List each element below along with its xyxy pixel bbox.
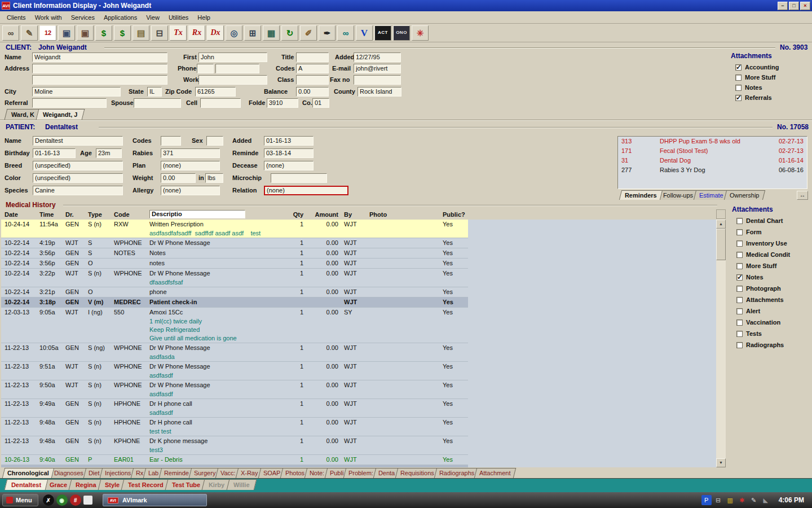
attachment-checkbox[interactable]: Form (736, 227, 811, 237)
patient-birthday-field[interactable]: 01-16-13 (33, 148, 76, 158)
patient-microchip-field[interactable] (271, 173, 327, 183)
minimize-button[interactable]: − (778, 2, 788, 10)
client-phone-area-field[interactable] (197, 64, 214, 73)
client-balance-field[interactable]: 0.00 (296, 87, 329, 97)
client-referral-field[interactable] (32, 98, 107, 108)
attachment-checkbox[interactable]: Tests (736, 329, 811, 338)
client-spouse-field[interactable] (134, 98, 181, 108)
find-binoculars-icon[interactable]: ∞ (2, 25, 19, 41)
category-tab[interactable]: Requisitions (395, 468, 439, 478)
column-header-type[interactable]: Type (85, 211, 111, 218)
category-tab[interactable]: Chronological (2, 468, 54, 478)
cash-icon[interactable]: $ (114, 25, 131, 41)
client-name-field[interactable]: Weigandt (32, 52, 167, 62)
attachment-checkbox[interactable]: Dental Chart (736, 216, 811, 225)
clipboard-icon[interactable]: ▤ (133, 25, 149, 41)
attachment-checkbox[interactable]: Radiographs (736, 340, 811, 349)
attachment-checkbox[interactable]: More Stuff (735, 73, 810, 82)
patient-age-field[interactable]: 23m (96, 148, 122, 158)
client-state-field[interactable]: IL (147, 87, 162, 97)
patient-rabies-field[interactable]: 371 (161, 148, 220, 158)
calendar-icon[interactable]: 12 (39, 25, 56, 41)
attachment-checkbox[interactable]: Accounting (735, 63, 810, 72)
client-address-field[interactable] (32, 64, 167, 73)
spreadsheet-icon[interactable]: ▦ (263, 25, 280, 41)
show-desktop-icon[interactable] (83, 496, 92, 505)
menu-button[interactable]: Menu (2, 494, 38, 506)
patient-panel-tab[interactable]: Ownership (724, 190, 765, 200)
patient-color-field[interactable]: (unspecified) (33, 173, 123, 183)
reminder-row[interactable]: 277 Rabies 3 Yr Dog 06-08-16 (618, 165, 807, 175)
pen-tray-icon[interactable]: ✎ (749, 495, 759, 505)
patient-allergy-field[interactable]: (none) (161, 186, 220, 195)
client-title-field[interactable] (296, 52, 329, 62)
prescriptions-rx-icon[interactable]: Rx (188, 25, 205, 41)
patient-tab[interactable]: Test Record (121, 479, 171, 490)
patient-name-field[interactable]: Dentaltest (33, 136, 123, 146)
attachment-checkbox[interactable]: Inventory Use (736, 239, 811, 248)
attachment-checkbox[interactable]: Notes (735, 83, 810, 92)
alert-tray-icon[interactable]: ✱ (737, 495, 747, 505)
menu-item[interactable]: View (142, 12, 164, 23)
mountain-tray-icon[interactable]: ◣ (761, 495, 771, 505)
attachment-checkbox[interactable]: Referrals (735, 93, 810, 102)
column-header-public[interactable]: Public? (439, 211, 468, 218)
attachment-checkbox[interactable]: Vaccination (736, 318, 811, 327)
irc-hash-icon[interactable]: # (70, 494, 81, 506)
table-row[interactable]: 10-22-14 3:56p GEN O notes 1 0.00 WJT Ye… (1, 259, 468, 269)
table-row[interactable]: 11-22-13 9:49a GEN S (n) HPHONE Dr H pho… (1, 399, 468, 418)
calculator-icon[interactable]: ⊞ (244, 25, 261, 41)
patient-breed-field[interactable]: (unspecified) (33, 161, 123, 170)
client-city-field[interactable]: Moline (32, 87, 121, 97)
table-row[interactable]: 10-22-14 3:56p GEN S NOTES Notes 1 0.00 … (1, 248, 468, 259)
client-address2-field[interactable] (32, 75, 167, 85)
menu-item[interactable]: Services (67, 12, 99, 23)
patient-panel-tab[interactable]: Follow-ups (657, 190, 699, 200)
column-header-by[interactable]: By (341, 211, 366, 218)
glasses-icon[interactable]: ∞ (337, 25, 354, 41)
attachment-checkbox[interactable]: Alert (736, 306, 811, 316)
scroll-up-button[interactable]: ▲ (716, 220, 726, 229)
client-added-field[interactable]: 12/27/95 (354, 52, 401, 62)
category-tab[interactable]: Diagnoses (49, 468, 89, 478)
patient-species-field[interactable]: Canine (33, 186, 123, 195)
client-first-field[interactable]: John (198, 52, 267, 62)
table-row[interactable]: 10-22-14 3:21p GEN O phone 1 0.00 WJT Ye… (1, 287, 468, 297)
table-row[interactable]: 10-22-14 3:22p WJT S (n) WPHONE Dr W Pho… (1, 269, 468, 287)
treatments-tx-icon[interactable]: Tx (170, 25, 187, 41)
payment-icon[interactable]: $ (95, 25, 112, 41)
avimark-taskbar-button[interactable]: AVI AVImark (103, 494, 207, 506)
client-fax-field[interactable] (354, 75, 401, 85)
table-row[interactable]: 11-22-13 9:48a GEN S (n) HPHONE Dr H pho… (1, 418, 468, 436)
patient-tab[interactable]: Willie (226, 479, 256, 490)
category-tab[interactable]: Radiographs (434, 468, 479, 478)
tab-scroll-button[interactable]: ↔ (797, 191, 808, 200)
preview-icon[interactable]: ◎ (226, 25, 242, 41)
x-window-icon[interactable]: ✗ (43, 494, 54, 506)
save-all-icon[interactable]: ▣ (77, 25, 94, 41)
paint-tray-icon[interactable]: P (701, 495, 712, 505)
menu-item[interactable]: Utilities (164, 12, 193, 23)
attachment-checkbox[interactable]: Photograph (736, 284, 811, 293)
patient-codes-field[interactable] (161, 136, 181, 146)
client-county-field[interactable]: Rock Island (358, 87, 401, 97)
reminder-row[interactable]: 171 Fecal (Stool Test) 02-27-13 (618, 146, 807, 156)
patient-tab[interactable]: Dentaltest (5, 479, 48, 490)
column-header-date[interactable]: Date (1, 211, 36, 218)
table-row[interactable]: 11-22-13 9:48a GEN S (n) KPHONE Dr K pho… (1, 436, 468, 455)
close-button[interactable]: × (800, 2, 810, 10)
column-header-time[interactable]: Time (36, 211, 62, 218)
attachment-checkbox[interactable]: Medical Condit (736, 250, 811, 259)
description-sort-box[interactable]: Descriptio (149, 210, 245, 218)
column-header-dr[interactable]: Dr. (62, 211, 85, 218)
refresh-icon[interactable]: ↻ (281, 25, 298, 41)
attachment-checkbox[interactable]: More Stuff (736, 261, 811, 270)
act-icon[interactable]: ACT (374, 25, 391, 41)
table-row[interactable]: 12-03-13 9:05a WJT I (ng) 550 Amoxi 15Cc… (1, 308, 468, 343)
table-row[interactable]: 11-22-13 9:51a WJT S (n) WPHONE Dr W Pho… (1, 362, 468, 380)
maximize-button[interactable]: □ (789, 2, 799, 10)
menu-item[interactable]: Work with (30, 12, 67, 23)
package-tray-icon[interactable]: ▥ (725, 495, 735, 505)
column-header-qty[interactable]: Qty (281, 211, 306, 218)
menu-item[interactable]: Help (193, 12, 215, 23)
